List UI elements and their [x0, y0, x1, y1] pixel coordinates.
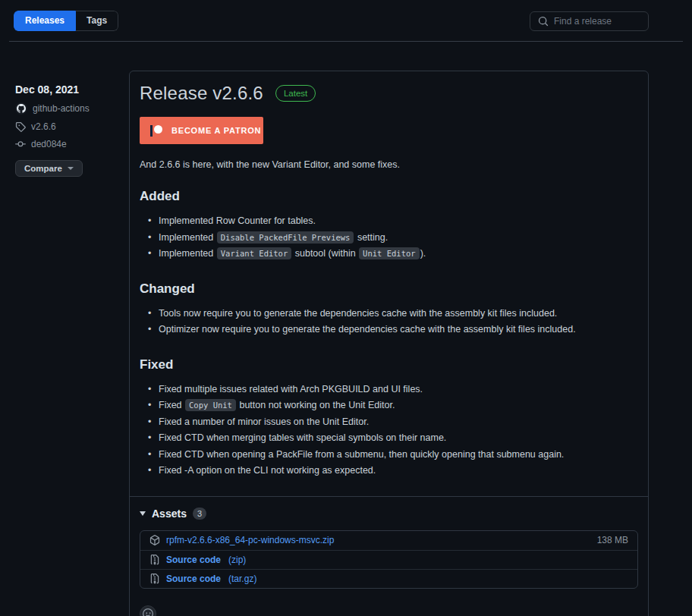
source-code-zip-link[interactable]: Source code	[166, 555, 221, 565]
author-link[interactable]: github-actions	[33, 103, 90, 114]
li-text: ).	[420, 248, 426, 259]
package-icon	[149, 535, 160, 545]
tag-name: v2.6.6	[31, 121, 56, 132]
assets-toggle[interactable]: Assets 3	[140, 508, 638, 520]
changed-list: Tools now require you to generate the de…	[140, 306, 638, 338]
tab-tags[interactable]: Tags	[76, 11, 118, 31]
release-main: Release v2.6.6 Latest BECOME A PATRON An…	[129, 71, 649, 616]
source-code-targz-link[interactable]: Source code	[166, 574, 221, 584]
tab-releases[interactable]: Releases	[14, 11, 76, 31]
list-item: Fixed Copy Unit button not working on th…	[159, 398, 638, 414]
section-heading-added: Added	[140, 189, 638, 206]
list-item: Optimizer now require you to generate th…	[159, 322, 638, 338]
li-text: Implemented	[159, 248, 216, 259]
li-text: Fixed a number of minor issues on the Un…	[159, 416, 369, 427]
add-reaction-button[interactable]	[140, 605, 156, 616]
inline-code: Variant Editor	[217, 247, 292, 259]
section-heading-fixed: Fixed	[140, 357, 638, 374]
caret-down-icon	[68, 167, 74, 170]
release-sidebar: Dec 08, 2021 github-actions v2.6.6 ded08…	[15, 71, 129, 177]
assets-section: Assets 3 rpfm-v2.6.6-x86_64-pc-windows-m…	[130, 496, 648, 598]
commit-hash-link[interactable]: ded084e	[31, 139, 67, 149]
become-a-patron-button[interactable]: BECOME A PATRON	[140, 117, 263, 144]
li-text: Tools now require you to generate the de…	[159, 308, 557, 319]
li-text: Fixed	[159, 400, 184, 410]
li-text: Fixed multiple issues related with Arch …	[159, 384, 423, 394]
li-text: button not working on the Unit Editor.	[237, 400, 395, 410]
file-zip-icon	[149, 555, 160, 565]
github-avatar-icon	[15, 102, 27, 115]
assets-list: rpfm-v2.6.6-x86_64-pc-windows-msvc.zip 1…	[140, 530, 638, 589]
tag-icon	[15, 121, 26, 132]
list-item: Fixed multiple issues related with Arch …	[159, 382, 638, 398]
search-icon	[538, 16, 549, 27]
release-card-body: Release v2.6.6 Latest BECOME A PATRON An…	[130, 71, 648, 496]
li-text: Fixed -A option on the CLI not working a…	[159, 465, 376, 476]
list-item: Fixed a number of minor issues on the Un…	[159, 414, 638, 431]
list-item: Implemented Disable PackedFile Previews …	[159, 230, 638, 247]
asset-row: rpfm-v2.6.6-x86_64-pc-windows-msvc.zip 1…	[140, 531, 637, 550]
assets-heading: Assets	[152, 508, 187, 520]
assets-count-badge: 3	[193, 508, 206, 520]
content-area: Dec 08, 2021 github-actions v2.6.6 ded08…	[0, 42, 692, 616]
author-row: github-actions	[15, 102, 129, 115]
list-item: Fixed CTD when merging tables with speci…	[159, 430, 638, 447]
patreon-logo-icon	[150, 125, 162, 137]
inline-code: Unit Editor	[359, 247, 420, 259]
triangle-down-icon	[140, 511, 146, 516]
asset-download-link[interactable]: rpfm-v2.6.6-x86_64-pc-windows-msvc.zip	[166, 535, 334, 545]
tag-row: v2.6.6	[15, 121, 129, 132]
reactions-area	[130, 598, 648, 616]
release-title: Release v2.6.6	[140, 83, 263, 104]
list-item: Implemented Row Counter for tables.	[159, 213, 638, 230]
patron-button-label: BECOME A PATRON	[171, 126, 261, 135]
li-text: Fixed CTD when opening a PackFile from a…	[159, 449, 564, 460]
li-text: Implemented	[159, 232, 216, 243]
list-item: Fixed -A option on the CLI not working a…	[159, 463, 638, 479]
added-list: Implemented Row Counter for tables. Impl…	[140, 213, 638, 262]
section-heading-changed: Changed	[140, 281, 638, 298]
commit-row: ded084e	[15, 139, 129, 149]
search-input[interactable]	[554, 16, 640, 27]
file-zip-icon	[149, 574, 160, 584]
list-item: Implemented Variant Editor subtool (with…	[159, 246, 638, 262]
release-search-box[interactable]	[530, 11, 649, 31]
li-text: Fixed CTD when merging tables with speci…	[159, 432, 446, 443]
release-title-row: Release v2.6.6 Latest	[140, 83, 638, 104]
asset-size: 138 MB	[597, 535, 628, 545]
latest-badge: Latest	[275, 85, 316, 102]
asset-row: Source code (zip)	[140, 550, 637, 569]
list-item: Fixed CTD when opening a PackFile from a…	[159, 447, 638, 464]
inline-code: Copy Unit	[185, 399, 236, 411]
li-text: subtool (within	[292, 248, 358, 259]
compare-button[interactable]: Compare	[15, 160, 83, 177]
releases-tags-switcher: Releases Tags	[14, 11, 118, 31]
release-intro: And 2.6.6 is here, with the new Variant …	[140, 159, 638, 170]
li-text: setting.	[354, 232, 388, 243]
li-text: Optimizer now require you to generate th…	[159, 324, 576, 335]
asset-row: Source code (tar.gz)	[140, 569, 637, 588]
release-notes: And 2.6.6 is here, with the new Variant …	[140, 159, 638, 479]
asset-suffix[interactable]: (tar.gz)	[228, 574, 256, 584]
git-commit-icon	[15, 139, 26, 149]
compare-button-label: Compare	[24, 164, 62, 173]
smiley-icon	[143, 608, 153, 616]
top-bar: Releases Tags	[0, 0, 692, 41]
release-date: Dec 08, 2021	[15, 83, 129, 96]
inline-code: Disable PackedFile Previews	[217, 231, 354, 244]
list-item: Tools now require you to generate the de…	[159, 306, 638, 322]
asset-suffix[interactable]: (zip)	[228, 555, 246, 565]
release-card: Release v2.6.6 Latest BECOME A PATRON An…	[129, 71, 649, 616]
fixed-list: Fixed multiple issues related with Arch …	[140, 382, 638, 479]
li-text: Implemented Row Counter for tables.	[159, 215, 316, 226]
